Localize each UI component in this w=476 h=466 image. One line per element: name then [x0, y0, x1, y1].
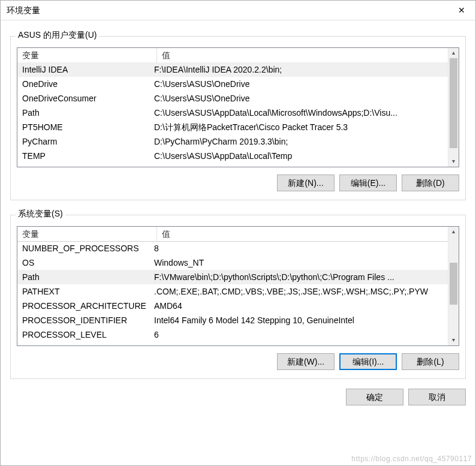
table-row[interactable]: PathF:\VMware\bin\;D:\python\Scripts\;D:…: [17, 270, 448, 284]
system-edit-button[interactable]: 编辑(I)...: [339, 353, 397, 370]
var-name: Path: [17, 106, 152, 120]
scroll-down-icon[interactable]: ▾: [448, 157, 459, 167]
table-row[interactable]: PROCESSOR_LEVEL6: [17, 327, 448, 342]
var-value: 8e0a: [152, 342, 448, 345]
scroll-up-icon[interactable]: ▴: [448, 227, 459, 237]
window-title: 环境变量: [7, 5, 40, 15]
var-name: IntelliJ IDEA: [17, 62, 152, 77]
var-value: AMD64: [152, 299, 448, 313]
var-value: C:\Users\ASUS\AppData\Local\Microsoft\Wi…: [152, 106, 448, 120]
var-name: PT5HOME: [17, 120, 152, 134]
table-row[interactable]: OneDriveConsumerC:\Users\ASUS\OneDrive: [17, 91, 448, 106]
user-new-button[interactable]: 新建(N)...: [277, 175, 335, 191]
var-name: Path: [17, 270, 152, 284]
user-vars-group: ASUS 的用户变量(U) 变量 值 IntelliJ IDEAF:\IDEA\…: [10, 36, 466, 200]
var-name: PyCharm: [17, 134, 152, 149]
dialog-content: ASUS 的用户变量(U) 变量 值 IntelliJ IDEAF:\IDEA\…: [1, 20, 475, 379]
ok-button[interactable]: 确定: [346, 389, 403, 405]
var-name: OS: [17, 255, 152, 270]
system-vars-list[interactable]: 变量 值 NUMBER_OF_PROCESSORS8OSWindows_NTPa…: [17, 226, 459, 346]
system-buttons: 新建(W)... 编辑(I)... 删除(L): [17, 353, 459, 370]
system-vars-group: 系统变量(S) 变量 值 NUMBER_OF_PROCESSORS8OSWind…: [10, 215, 466, 379]
table-row[interactable]: PATHEXT.COM;.EXE;.BAT;.CMD;.VBS;.VBE;.JS…: [17, 284, 448, 299]
list-body: IntelliJ IDEAF:\IDEA\IntelliJ IDEA 2020.…: [17, 62, 448, 167]
var-name: TEMP: [17, 149, 152, 163]
scrollbar[interactable]: ▴ ▾: [448, 227, 459, 345]
table-row[interactable]: PROCESSOR_IDENTIFIERIntel64 Family 6 Mod…: [17, 313, 448, 327]
var-value: Windows_NT: [152, 255, 448, 270]
scroll-up-icon[interactable]: ▴: [448, 48, 459, 58]
var-value: C:\Users\ASUS\OneDrive: [152, 77, 448, 91]
list-body: NUMBER_OF_PROCESSORS8OSWindows_NTPathF:\…: [17, 241, 448, 345]
dialog-footer: 确定 取消: [1, 379, 475, 405]
var-value: .COM;.EXE;.BAT;.CMD;.VBS;.VBE;.JS;.JSE;.…: [152, 284, 448, 299]
titlebar: 环境变量 ✕: [1, 1, 475, 20]
table-row[interactable]: OSWindows_NT: [17, 255, 448, 270]
table-row[interactable]: PROCESSOR_REVISION8e0a: [17, 342, 448, 345]
col-value[interactable]: 值: [157, 48, 459, 62]
col-value[interactable]: 值: [157, 227, 459, 241]
table-row[interactable]: TEMPC:\Users\ASUS\AppData\Local\Temp: [17, 149, 448, 163]
scroll-thumb[interactable]: [450, 58, 457, 148]
user-delete-button[interactable]: 删除(D): [402, 175, 459, 191]
col-variable[interactable]: 变量: [17, 227, 157, 241]
system-vars-legend: 系统变量(S): [16, 209, 65, 220]
var-value: Intel64 Family 6 Model 142 Stepping 10, …: [152, 313, 448, 327]
list-header: 变量 值: [17, 227, 459, 242]
var-value: F:\IDEA\IntelliJ IDEA 2020.2.2\bin;: [152, 62, 448, 77]
var-name: OneDriveConsumer: [17, 91, 152, 106]
var-value: C:\Users\ASUS\AppData\Local\Temp: [152, 149, 448, 163]
watermark: https://blog.csdn.net/qq_45790117: [351, 455, 472, 463]
var-name: PROCESSOR_IDENTIFIER: [17, 313, 152, 327]
table-row[interactable]: IntelliJ IDEAF:\IDEA\IntelliJ IDEA 2020.…: [17, 62, 448, 77]
var-name: NUMBER_OF_PROCESSORS: [17, 241, 152, 255]
table-row[interactable]: PT5HOMED:\计算机网络PacketTracer\Cisco Packet…: [17, 120, 448, 134]
user-vars-legend: ASUS 的用户变量(U): [16, 30, 99, 41]
list-header: 变量 值: [17, 48, 459, 63]
var-value: C:\Users\ASUS\OneDrive: [152, 91, 448, 106]
user-vars-list[interactable]: 变量 值 IntelliJ IDEAF:\IDEA\IntelliJ IDEA …: [17, 47, 459, 167]
var-value: 8: [152, 241, 448, 255]
var-name: OneDrive: [17, 77, 152, 91]
cancel-button[interactable]: 取消: [408, 389, 466, 405]
var-name: TMP: [17, 163, 152, 167]
table-row[interactable]: PathC:\Users\ASUS\AppData\Local\Microsof…: [17, 106, 448, 120]
var-value: 6: [152, 327, 448, 342]
user-buttons: 新建(N)... 编辑(E)... 删除(D): [17, 175, 459, 191]
table-row[interactable]: OneDriveC:\Users\ASUS\OneDrive: [17, 77, 448, 91]
scroll-down-icon[interactable]: ▾: [448, 335, 459, 345]
system-delete-button[interactable]: 删除(L): [402, 353, 459, 370]
system-new-button[interactable]: 新建(W)...: [277, 353, 335, 370]
user-edit-button[interactable]: 编辑(E)...: [339, 175, 397, 191]
var-name: PROCESSOR_ARCHITECTURE: [17, 299, 152, 313]
var-name: PROCESSOR_REVISION: [17, 342, 152, 345]
var-name: PATHEXT: [17, 284, 152, 299]
var-value: D:\PyCharm\PyCharm 2019.3.3\bin;: [152, 134, 448, 149]
col-variable[interactable]: 变量: [17, 48, 157, 62]
table-row[interactable]: PROCESSOR_ARCHITECTUREAMD64: [17, 299, 448, 313]
var-name: PROCESSOR_LEVEL: [17, 327, 152, 342]
scroll-thumb[interactable]: [450, 263, 457, 305]
var-value: D:\计算机网络PacketTracer\Cisco Packet Tracer…: [152, 120, 448, 134]
var-value: C:\Users\ASUS\AppData\Local\Temp: [152, 163, 448, 167]
table-row[interactable]: PyCharmD:\PyCharm\PyCharm 2019.3.3\bin;: [17, 134, 448, 149]
env-vars-dialog: 环境变量 ✕ ASUS 的用户变量(U) 变量 值 IntelliJ IDEAF…: [0, 0, 476, 466]
close-icon[interactable]: ✕: [448, 1, 475, 20]
scrollbar[interactable]: ▴ ▾: [448, 48, 459, 167]
table-row[interactable]: TMPC:\Users\ASUS\AppData\Local\Temp: [17, 163, 448, 167]
table-row[interactable]: NUMBER_OF_PROCESSORS8: [17, 241, 448, 255]
var-value: F:\VMware\bin\;D:\python\Scripts\;D:\pyt…: [152, 270, 448, 284]
